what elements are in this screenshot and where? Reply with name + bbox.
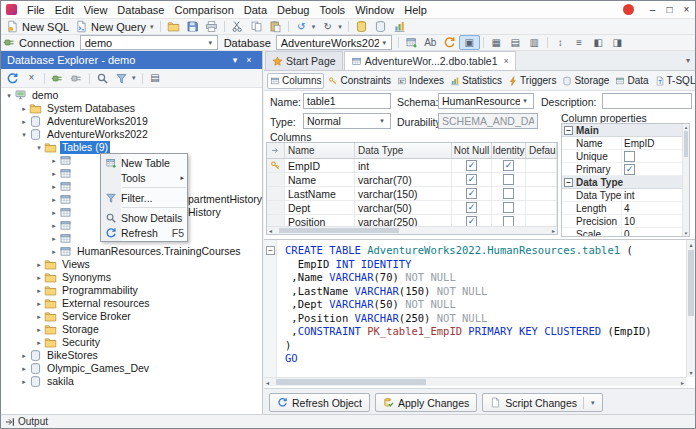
scroll-thumb[interactable]: [279, 228, 399, 233]
redo-button[interactable]: ↻▾: [318, 19, 345, 34]
prop-row-scale[interactable]: Scale0: [562, 228, 689, 237]
context-menu-item-show-details[interactable]: Show Details: [101, 210, 187, 225]
doc-tab-adventurewor-2-dbo-table1[interactable]: AdventureWor...2.dbo.table1×: [344, 51, 516, 70]
rename-object-button[interactable]: Ab: [421, 35, 440, 50]
not-null-checkbox[interactable]: ✓: [466, 160, 477, 171]
identity-checkbox[interactable]: [503, 202, 514, 213]
type-select[interactable]: Normal▾: [303, 113, 391, 129]
scroll-thumb[interactable]: [276, 379, 426, 385]
identity-checkbox[interactable]: [503, 174, 514, 185]
not-null-checkbox[interactable]: ✓: [466, 174, 477, 185]
identity-checkbox[interactable]: [503, 188, 514, 199]
filter-button[interactable]: ▾: [112, 71, 139, 86]
prop-row-name[interactable]: NameEmpID: [562, 137, 689, 150]
prop-row-unique[interactable]: Unique: [562, 150, 689, 163]
new-sql-button[interactable]: New SQL: [3, 19, 72, 34]
cell-default[interactable]: [526, 173, 557, 186]
table-name-input[interactable]: table1: [303, 93, 391, 109]
tree-item-adventureworks2019[interactable]: ▸AdventureWorks2019: [1, 115, 262, 128]
expander-icon[interactable]: ▸: [34, 300, 44, 308]
query-profiler-button[interactable]: [390, 19, 409, 34]
scroll-thumb[interactable]: [684, 131, 688, 157]
context-menu-item-tools[interactable]: Tools▸: [101, 170, 187, 185]
tab-statistics[interactable]: Statistics: [448, 73, 504, 89]
chevron-down-icon[interactable]: ▾: [520, 97, 530, 105]
grid-view-button[interactable]: ▦: [487, 35, 506, 50]
tab-data[interactable]: Data: [613, 73, 650, 89]
scroll-up-icon[interactable]: ▴: [687, 241, 695, 248]
expander-icon[interactable]: ▾: [4, 92, 14, 100]
expander-icon[interactable]: ▸: [34, 274, 44, 282]
expander-icon[interactable]: ▸: [19, 118, 29, 126]
apply-changes-button[interactable]: Apply Changes: [375, 393, 477, 412]
identity-checkbox[interactable]: ✓: [503, 160, 514, 171]
cell-name[interactable]: Name: [285, 173, 355, 186]
expander-icon[interactable]: ▸: [34, 339, 44, 347]
refresh-object-button[interactable]: Refresh Object: [269, 393, 370, 412]
cell-name[interactable]: EmpID: [285, 159, 355, 172]
prop-row-precision[interactable]: Precision10: [562, 215, 689, 228]
cell-default[interactable]: [526, 187, 557, 200]
scroll-left-icon[interactable]: ◂: [269, 227, 272, 235]
column-header-default[interactable]: Default: [526, 143, 557, 158]
tab-constraints[interactable]: Constraints: [326, 73, 393, 89]
menu-debug[interactable]: Debug: [272, 2, 314, 18]
tree-item-bikestores[interactable]: ▸BikeStores: [1, 349, 262, 362]
tree-item-storage[interactable]: ▸Storage: [1, 323, 262, 336]
maximize-button[interactable]: □: [661, 1, 678, 18]
schema-compare-button[interactable]: [352, 19, 371, 34]
tree-item-demo[interactable]: ▾demo: [1, 89, 262, 102]
expander-icon[interactable]: ▸: [34, 287, 44, 295]
expander-icon[interactable]: ▸: [49, 248, 59, 256]
menu-tools[interactable]: Tools: [314, 2, 350, 18]
not-null-checkbox[interactable]: ✓: [466, 188, 477, 199]
disconnect-button[interactable]: [67, 71, 86, 86]
menu-data[interactable]: Data: [239, 2, 272, 18]
doc-tab-start-page[interactable]: Start Page: [265, 51, 343, 70]
column-header-name[interactable]: Name: [285, 143, 355, 158]
tree-item-system-databases[interactable]: ▸System Databases: [1, 102, 262, 115]
grid-row-lastname[interactable]: LastNamevarchar(150)✓: [267, 187, 557, 201]
cell-name[interactable]: LastName: [285, 187, 355, 200]
tree-item-external-resources[interactable]: ▸External resources: [1, 297, 262, 310]
scroll-left-icon[interactable]: ◂: [266, 379, 269, 386]
data-compare-button[interactable]: [371, 19, 390, 34]
menu-window[interactable]: Window: [350, 2, 399, 18]
open-file-button[interactable]: [164, 19, 183, 34]
scroll-right-icon[interactable]: ▸: [552, 227, 555, 235]
expander-icon[interactable]: ▸: [49, 222, 59, 230]
expander-icon[interactable]: ▸: [49, 196, 59, 204]
column-header-not-null[interactable]: Not Null: [452, 143, 492, 158]
database-select[interactable]: AdventureWorks2022▾: [276, 35, 392, 50]
tree-item-synonyms[interactable]: ▸Synonyms: [1, 271, 262, 284]
scroll-up-icon[interactable]: ▴: [683, 124, 689, 130]
expander-icon[interactable]: ▾: [34, 144, 44, 152]
sort-rows-button[interactable]: ↕: [551, 35, 570, 50]
save-button[interactable]: [183, 19, 202, 34]
expander-icon[interactable]: ▸: [19, 378, 29, 386]
expander-icon[interactable]: ▸: [49, 170, 59, 178]
menu-database[interactable]: Database: [112, 2, 169, 18]
tree-item-security[interactable]: ▸Security: [1, 336, 262, 349]
designer-view-button[interactable]: ▣: [459, 35, 480, 50]
not-null-checkbox[interactable]: ✓: [466, 202, 477, 213]
expander-icon[interactable]: ▸: [34, 261, 44, 269]
tab-storage[interactable]: Storage: [560, 73, 611, 89]
tab-list-chevron-icon[interactable]: ▾: [681, 56, 695, 65]
tree-item-service-broker[interactable]: ▸Service Broker: [1, 310, 262, 323]
chevron-down-icon[interactable]: ▾: [379, 39, 390, 47]
tab-t-sql[interactable]: TT-SQL: [653, 73, 695, 89]
menu-help[interactable]: Help: [399, 2, 432, 18]
object-details-button[interactable]: ▤: [146, 71, 165, 86]
schema-select[interactable]: HumanResources▾: [438, 93, 534, 109]
context-menu-item-filter[interactable]: Filter...: [101, 190, 187, 205]
menu-view[interactable]: View: [79, 2, 113, 18]
copy-button[interactable]: [247, 19, 266, 34]
context-menu-item-new-table[interactable]: New Table: [101, 155, 187, 170]
description-input[interactable]: [602, 93, 692, 109]
paste-button[interactable]: [266, 19, 285, 34]
grid-row-empid[interactable]: EmpIDint✓✓: [267, 159, 557, 173]
scroll-down-icon[interactable]: ▾: [687, 369, 695, 376]
explorer-menu-icon[interactable]: ▾: [228, 55, 242, 65]
menu-comparison[interactable]: Comparison: [169, 2, 238, 18]
